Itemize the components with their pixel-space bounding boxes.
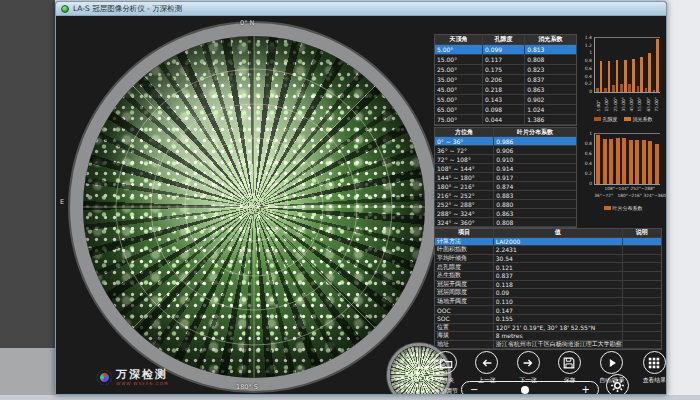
x-axis-tick: 65.00°	[644, 94, 652, 112]
title-bar[interactable]: LA-S 冠层图像分析仪 - 万深检测	[56, 2, 666, 16]
table-row[interactable]: 252° ~ 288°0.880	[435, 200, 576, 209]
folder-button[interactable]: 文件夹	[434, 351, 457, 385]
table-cell: 0.09	[494, 289, 623, 297]
table-row[interactable]: 冠层开阔度0.118	[435, 281, 661, 290]
gear-icon	[610, 378, 625, 393]
table-row[interactable]: 场地开阔度0.110	[435, 298, 661, 307]
table-row[interactable]: 25.00°0.1750.823	[435, 65, 576, 75]
table-row[interactable]: 65.00°0.0981.024	[435, 105, 576, 115]
bar	[632, 59, 635, 92]
table-cell: 0.121	[494, 263, 623, 271]
table-row[interactable]: 海拔8 metres	[435, 332, 661, 341]
table-cell: 30.54	[494, 255, 623, 263]
table-row[interactable]: 5.00°0.0990.813	[435, 45, 576, 55]
bar	[600, 61, 603, 92]
table-row[interactable]: 15.00°0.1170.808	[435, 55, 576, 65]
save-floppy-icon	[562, 356, 576, 370]
next-image-button[interactable]: 下一张	[517, 351, 540, 385]
app-icon	[61, 5, 69, 13]
table-row[interactable]: 位置120° 21' 0.19"E, 30° 18' 52.55"N	[435, 324, 661, 333]
table-cell	[623, 255, 661, 263]
table-cell: 180° ~ 216°	[435, 182, 494, 190]
table-cell: 0.910	[494, 155, 576, 163]
bar-group	[609, 139, 613, 185]
app-window: LA-S 冠层图像分析仪 - 万深检测	[55, 1, 667, 395]
table-cell: 总孔隙度	[435, 263, 494, 271]
slider-minus-button[interactable]: −	[470, 383, 478, 395]
table-row[interactable]: 平均叶倾角30.54	[435, 255, 661, 264]
table-row[interactable]: 0° ~ 36°0.986	[435, 137, 576, 146]
table-header-row: 方位角叶片分布系数	[435, 128, 576, 137]
table-cell: 值	[494, 229, 623, 237]
y-axis-tick: 0.4	[580, 74, 592, 79]
table-cell: 场地开阔度	[435, 298, 494, 306]
table-cell: 0.175	[483, 65, 525, 74]
bar	[648, 141, 652, 184]
table-cell: 0.813	[525, 45, 576, 54]
table-cell: 0.863	[494, 209, 576, 217]
table-cell	[623, 281, 661, 289]
table-row[interactable]: SOC0.155	[435, 315, 661, 324]
table-cell: 孔隙度	[483, 35, 525, 44]
y-axis-tick: 0.8	[580, 58, 592, 63]
slider-plus-button[interactable]: +	[582, 383, 590, 395]
table-cell: 消光系数	[525, 35, 576, 44]
table-cell: 海拔	[435, 332, 494, 340]
table-row[interactable]: 180° ~ 216°0.874	[435, 182, 576, 191]
table-row[interactable]: 叶面积指数2.2431	[435, 246, 661, 255]
grid-icon	[647, 356, 661, 370]
brand-logo: 万深检测 WWW.WSEEN.COM	[97, 369, 169, 386]
table-cell: 0.837	[525, 75, 576, 84]
table-row[interactable]: 总孔隙度0.121	[435, 263, 661, 272]
table-cell	[623, 341, 661, 349]
bar-group	[635, 140, 639, 184]
table-cell: SOC	[435, 315, 494, 323]
y-axis-tick: 0.8	[580, 141, 592, 146]
slider-knob[interactable]	[521, 386, 529, 394]
x-axis-tick: 252°~288°	[630, 186, 656, 191]
table-row[interactable]: 324° ~ 360°0.808	[435, 218, 576, 227]
table-row[interactable]: OOC0.147	[435, 306, 661, 315]
table-row[interactable]: 288° ~ 324°0.863	[435, 209, 576, 218]
x-axis-tick: 5.00°	[594, 94, 602, 112]
bar	[596, 135, 600, 184]
table-row[interactable]: 144° ~ 180°0.917	[435, 173, 576, 182]
table-cell: 计算方法	[435, 238, 494, 246]
table-row[interactable]: 72° ~ 108°0.910	[435, 155, 576, 164]
table-cell: 1.024	[525, 105, 576, 114]
table-row[interactable]: 45.00°0.2180.863	[435, 85, 576, 95]
table-cell: 说明	[623, 229, 661, 237]
table-row[interactable]: 计算方法LAI2000	[435, 238, 661, 247]
table-row[interactable]: 丛生指数0.837	[435, 272, 661, 281]
table-cell: 288° ~ 324°	[435, 209, 494, 217]
view-results-button[interactable]: 查看结果	[643, 351, 666, 385]
legend-item: 孔隙度	[594, 116, 618, 122]
table-cell: 叶面积指数	[435, 246, 494, 254]
table-row[interactable]: 108° ~ 144°0.914	[435, 164, 576, 173]
save-button[interactable]: 保存	[558, 351, 581, 385]
settings-button[interactable]: 设置	[606, 374, 629, 395]
bar	[655, 144, 659, 184]
table-row[interactable]: 冠层间隙度0.09	[435, 289, 661, 298]
table-row[interactable]: 35.00°0.2060.837	[435, 75, 576, 85]
bar	[609, 139, 613, 185]
legend-item: 叶片分布系数	[604, 205, 643, 211]
segmentation-slider[interactable]: − +	[461, 381, 599, 395]
bar-group	[645, 53, 651, 92]
bar	[612, 85, 615, 92]
previous-image-button[interactable]: 上一张	[475, 351, 498, 385]
table-cell: 144° ~ 180°	[435, 173, 494, 181]
table-row[interactable]: 地址浙江省杭州市江干区白杨街道浙江理工大学勘察测绘院	[435, 341, 661, 350]
desktop-area	[0, 0, 55, 348]
table-cell: 浙江省杭州市江干区白杨街道浙江理工大学勘察测绘院	[494, 341, 623, 349]
bar-group	[596, 135, 600, 184]
table-row[interactable]: 75.00°0.0441.386	[435, 115, 576, 125]
table-row[interactable]: 36° ~ 72°0.906	[435, 146, 576, 155]
table-row[interactable]: 216° ~ 252°0.883	[435, 191, 576, 200]
table-cell: LAI2000	[494, 238, 623, 246]
toolbar: 文件夹 上一张 下一张 保存 自动/批量	[434, 351, 666, 385]
table-row[interactable]: 55.00°0.1430.902	[435, 95, 576, 105]
table-cell: 0.837	[494, 272, 623, 280]
x-axis-tick: 45.00°	[627, 94, 635, 112]
bar	[642, 140, 646, 184]
